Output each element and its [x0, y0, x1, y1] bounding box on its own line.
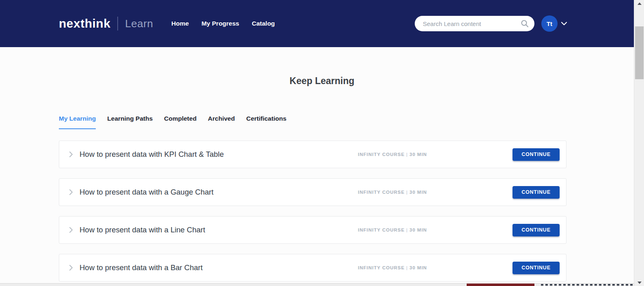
scroll-down-button[interactable] [634, 279, 644, 286]
nexthink-learn-logo[interactable]: nexthink Learn [59, 17, 153, 30]
course-type: INFINITY COURSE [358, 152, 405, 157]
course-title-group: How to present data with a Gauge Chart [68, 188, 358, 197]
course-meta: INFINITY COURSE|30 MIN [358, 265, 513, 270]
course-duration: 30 MIN [409, 190, 427, 195]
course-title[interactable]: How to present data with KPI Chart & Tab… [80, 150, 224, 159]
chevron-right-icon[interactable] [68, 151, 74, 158]
course-meta: INFINITY COURSE|30 MIN [358, 190, 513, 195]
app-header: nexthink Learn Home My Progress Catalog … [0, 0, 644, 47]
course-meta: INFINITY COURSE|30 MIN [358, 152, 513, 157]
brand-logo-text: nexthink [59, 17, 110, 30]
course-title[interactable]: How to present data with a Bar Chart [80, 263, 202, 272]
meta-separator: | [406, 228, 408, 232]
course-card[interactable]: How to present data with a Line Chart IN… [59, 216, 566, 244]
nav-item-my-progress[interactable]: My Progress [201, 0, 239, 47]
tab-learning-paths[interactable]: Learning Paths [107, 115, 153, 129]
tab-completed[interactable]: Completed [164, 115, 196, 129]
continue-button[interactable]: CONTINUE [513, 186, 560, 199]
chevron-down-icon[interactable] [561, 22, 567, 26]
scroll-up-button[interactable] [634, 0, 644, 7]
course-duration: 30 MIN [409, 265, 427, 270]
main-content: Keep Learning My Learning Learning Paths… [0, 47, 644, 282]
peek-red-block [467, 284, 534, 286]
avatar-initials: Tt [547, 20, 552, 27]
continue-button[interactable]: CONTINUE [513, 148, 560, 161]
course-title[interactable]: How to present data with a Line Chart [80, 225, 205, 234]
vertical-scrollbar[interactable] [634, 0, 644, 286]
page-title: Keep Learning [0, 47, 644, 87]
course-title-group: How to present data with KPI Chart & Tab… [68, 150, 358, 159]
course-type: INFINITY COURSE [358, 265, 405, 270]
course-card[interactable]: How to present data with a Gauge Chart I… [59, 178, 566, 206]
avatar[interactable]: Tt [541, 15, 558, 32]
search-icon[interactable] [521, 20, 529, 28]
course-title[interactable]: How to present data with a Gauge Chart [80, 188, 213, 197]
continue-button[interactable]: CONTINUE [513, 224, 560, 236]
page-below-peek [0, 283, 634, 286]
nav-item-home[interactable]: Home [171, 0, 189, 47]
main-nav: Home My Progress Catalog [171, 0, 275, 47]
course-list: How to present data with KPI Chart & Tab… [59, 141, 566, 282]
triangle-down-icon [638, 282, 642, 284]
tab-my-learning[interactable]: My Learning [59, 115, 96, 129]
logo-divider [117, 17, 118, 30]
search-input[interactable] [423, 20, 521, 27]
scrollbar-thumb[interactable] [635, 26, 644, 79]
chevron-right-icon[interactable] [68, 264, 74, 271]
course-duration: 30 MIN [409, 152, 427, 157]
continue-button[interactable]: CONTINUE [513, 262, 560, 274]
course-title-group: How to present data with a Line Chart [68, 225, 358, 234]
search-box[interactable] [415, 16, 534, 31]
header-right: Tt [415, 15, 567, 32]
course-duration: 30 MIN [409, 228, 427, 232]
course-title-group: How to present data with a Bar Chart [68, 263, 358, 272]
triangle-up-icon [638, 2, 642, 5]
course-meta: INFINITY COURSE|30 MIN [358, 228, 513, 232]
course-type: INFINITY COURSE [358, 228, 405, 232]
tab-archived[interactable]: Archived [208, 115, 235, 129]
chevron-right-icon[interactable] [68, 189, 74, 195]
tab-bar: My Learning Learning Paths Completed Arc… [59, 115, 566, 129]
product-name: Learn [125, 17, 153, 30]
course-card[interactable]: How to present data with a Bar Chart INF… [59, 254, 566, 282]
peek-dashed-content [541, 284, 633, 286]
tab-certifications[interactable]: Certifications [246, 115, 286, 129]
course-type: INFINITY COURSE [358, 190, 405, 195]
chevron-right-icon[interactable] [68, 227, 74, 233]
meta-separator: | [406, 190, 408, 195]
course-card[interactable]: How to present data with KPI Chart & Tab… [59, 141, 566, 168]
nav-item-catalog[interactable]: Catalog [252, 0, 275, 47]
meta-separator: | [406, 265, 408, 270]
meta-separator: | [406, 152, 408, 157]
